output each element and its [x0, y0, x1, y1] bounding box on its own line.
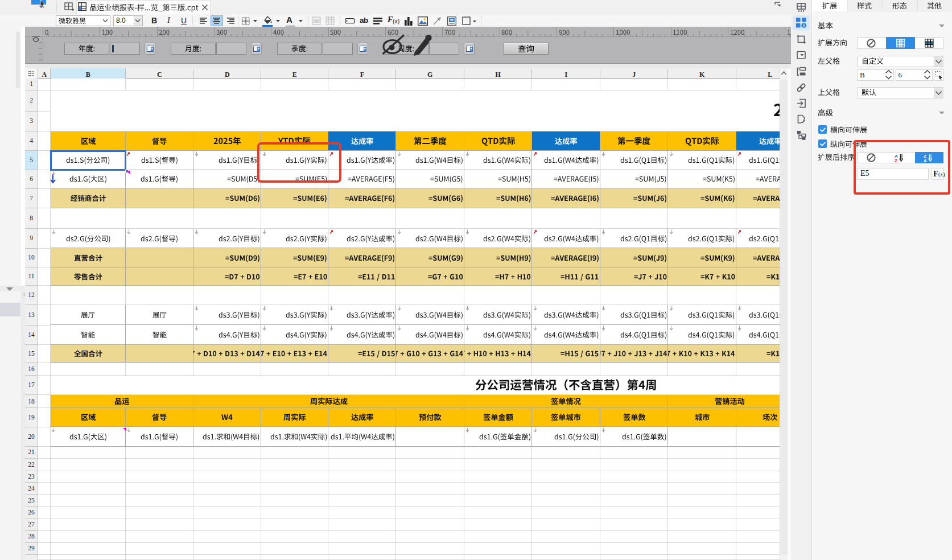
- svg-text:A: A: [315, 19, 318, 24]
